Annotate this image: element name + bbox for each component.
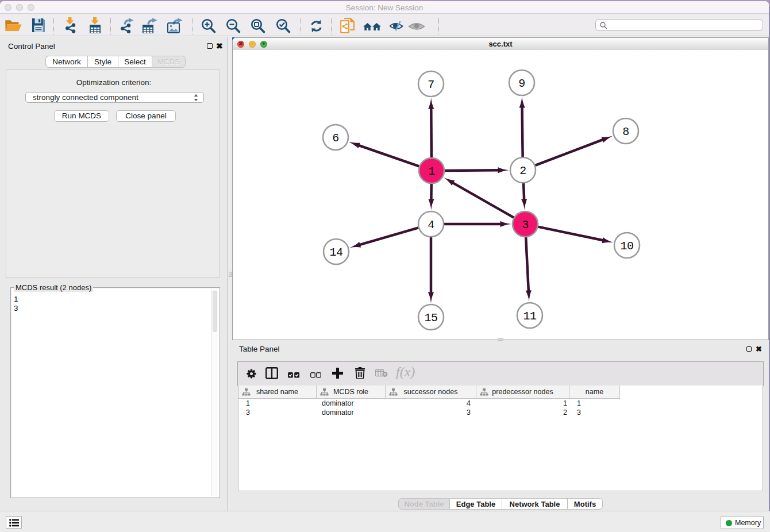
svg-text:8: 8 (622, 125, 629, 138)
svg-text:9: 9 (518, 77, 525, 90)
svg-text:2: 2 (519, 164, 526, 178)
svg-text:7: 7 (428, 78, 434, 91)
svg-text:11: 11 (523, 310, 537, 323)
svg-text:10: 10 (620, 240, 633, 253)
svg-text:4: 4 (428, 218, 434, 232)
svg-text:6: 6 (332, 132, 339, 145)
svg-text:1: 1 (428, 165, 435, 178)
svg-text:14: 14 (329, 246, 342, 259)
svg-text:3: 3 (522, 218, 529, 232)
svg-text:15: 15 (424, 311, 437, 325)
